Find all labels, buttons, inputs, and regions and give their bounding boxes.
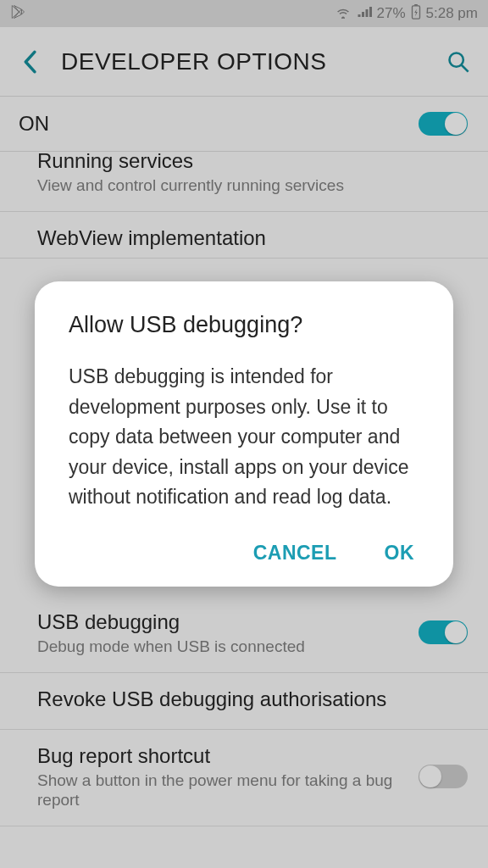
ok-button[interactable]: OK [385,542,415,565]
dialog-body: USB debugging is intended for developmen… [69,362,419,513]
cancel-button[interactable]: CANCEL [253,542,337,565]
usb-debugging-dialog: Allow USB debugging? USB debugging is in… [35,281,453,587]
dialog-title: Allow USB debugging? [69,312,419,338]
dialog-overlay: Allow USB debugging? USB debugging is in… [0,0,488,868]
